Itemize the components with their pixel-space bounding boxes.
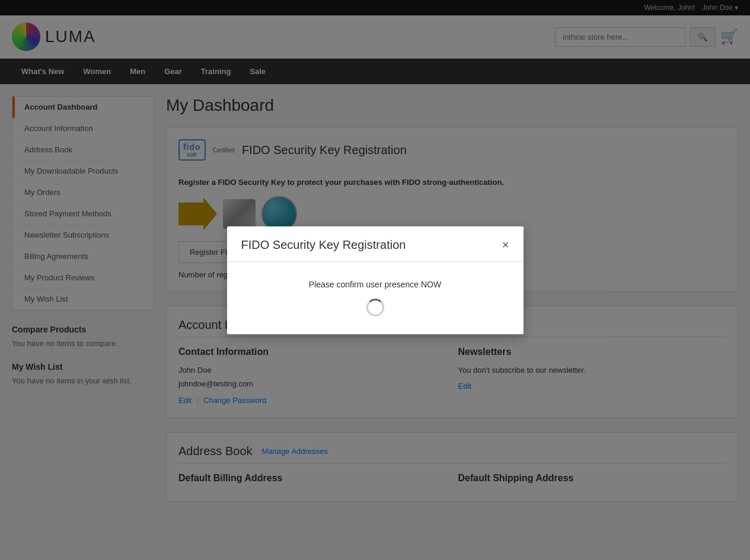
modal-body: Please confirm user presence NOW [227, 262, 524, 334]
modal-close-button[interactable]: × [502, 238, 509, 252]
loading-spinner [366, 299, 384, 316]
fido-modal: FIDO Security Key Registration × Please … [227, 226, 524, 334]
modal-title: FIDO Security Key Registration [241, 238, 406, 252]
modal-message: Please confirm user presence NOW [241, 280, 509, 289]
modal-overlay: FIDO Security Key Registration × Please … [0, 0, 750, 528]
modal-header: FIDO Security Key Registration × [227, 226, 524, 262]
